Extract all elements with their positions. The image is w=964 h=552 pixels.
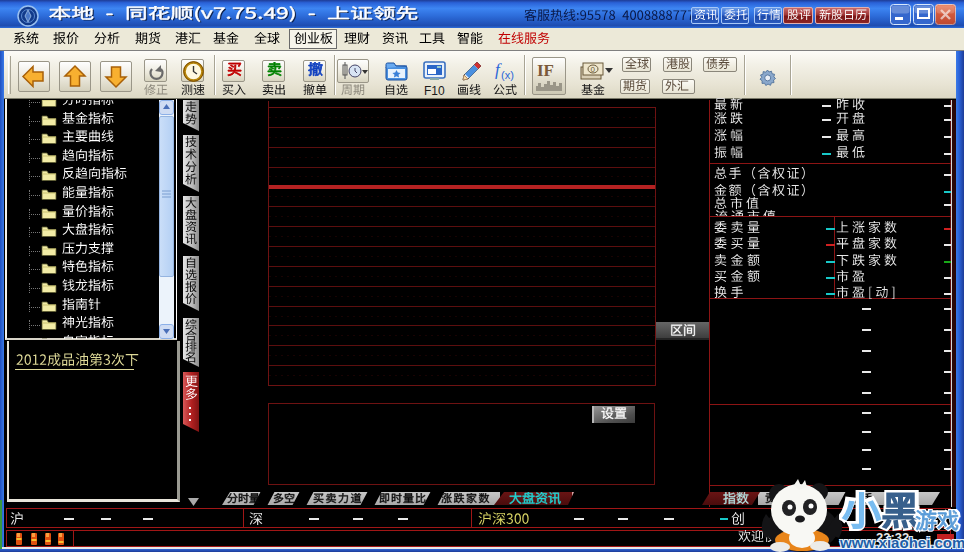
svg-text:IF: IF <box>537 61 554 80</box>
svg-text:(x): (x) <box>501 69 514 81</box>
svg-text:0: 0 <box>591 65 596 74</box>
